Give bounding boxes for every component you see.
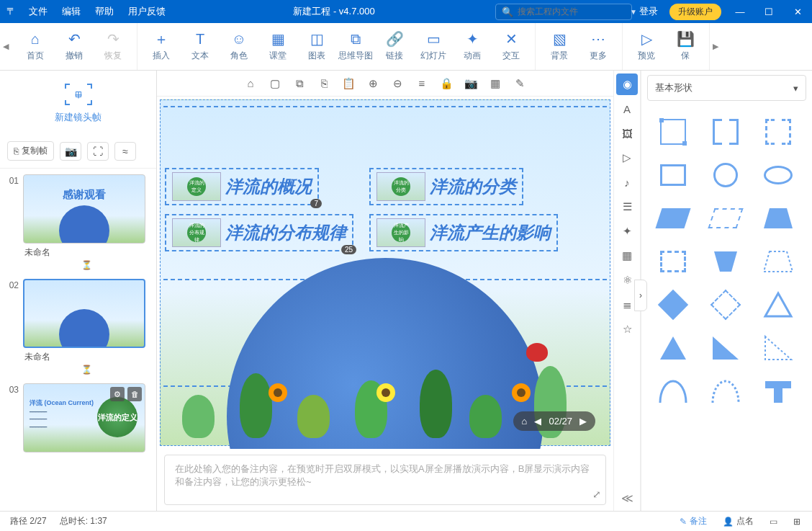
menu-feedback[interactable]: 用户反馈 <box>121 5 173 18</box>
rail-music-icon[interactable]: ♪ <box>616 171 638 193</box>
frame-icon[interactable]: ▢ <box>268 77 282 90</box>
shape-category-dropdown[interactable]: 基本形状 ▾ <box>647 75 806 101</box>
slide-settings-icon[interactable]: ⚙ <box>110 387 125 401</box>
rail-shapes-icon[interactable]: ◉ <box>616 73 638 95</box>
shape-frame[interactable] <box>654 117 692 147</box>
maximize-button[interactable]: ☐ <box>754 0 783 23</box>
ribbon-保[interactable]: 💾保 <box>666 31 705 62</box>
ribbon-预览[interactable]: ▷预览 <box>627 31 666 62</box>
menu-help[interactable]: 帮助 <box>88 5 121 18</box>
zoom-in-icon[interactable]: ⊕ <box>366 77 380 90</box>
search-box[interactable]: 🔍 ▼ <box>495 4 632 20</box>
copy-icon[interactable]: ⎘ <box>317 77 331 89</box>
copy-frame-button[interactable]: ⎘复制帧 <box>7 141 54 161</box>
shape-triangle-filled[interactable] <box>654 333 692 363</box>
new-frame-button[interactable]: ＋ 新建镜头帧 <box>0 71 156 137</box>
status-naming-button[interactable]: 👤点名 <box>723 515 754 527</box>
pager-next-icon[interactable]: ▶ <box>579 416 587 427</box>
shape-brackets-dashed[interactable] <box>759 117 797 147</box>
ribbon-scroll-right[interactable]: ▶ <box>710 23 721 70</box>
rail-star-icon[interactable]: ☆ <box>616 318 638 340</box>
shape-parallelogram[interactable] <box>654 203 692 233</box>
qr-button[interactable]: ⛶ <box>87 142 109 161</box>
grid-icon[interactable]: ▦ <box>488 77 502 90</box>
notes-area[interactable]: 在此处输入您的备注内容，在预览时开启双屏模式，以实现A屏全屏播放演示内容，B屏显… <box>164 455 606 505</box>
shape-brackets[interactable] <box>707 117 744 147</box>
ribbon-恢复[interactable]: ↷恢复 <box>94 31 132 62</box>
slide-item-1[interactable]: 01 感谢观看 未命名 ⏳ <box>0 169 156 273</box>
ribbon-课堂[interactable]: ▦课堂 <box>258 31 297 62</box>
shape-rectangle[interactable] <box>654 160 692 190</box>
shape-diamond[interactable] <box>654 290 692 320</box>
nav-block-3[interactable]: 洋流的分布规律 洋流的分布规律 25 <box>165 214 353 251</box>
ribbon-思维导图[interactable]: ⧉思维导图 <box>336 31 375 62</box>
rail-sparkle-icon[interactable]: ✦ <box>616 220 638 242</box>
rail-play-icon[interactable]: ▷ <box>616 147 638 169</box>
lock-icon[interactable]: 🔒 <box>439 77 454 90</box>
shape-arc-dashed[interactable] <box>707 376 744 406</box>
slide-item-3[interactable]: 03 洋流 (Ocean Current)━━━━━━━━━━━━━━━━━━ … <box>0 378 156 452</box>
rail-collapse-icon[interactable]: ≪ <box>616 489 638 507</box>
ribbon-文本[interactable]: T文本 <box>181 31 220 62</box>
expand-icon[interactable]: ⤢ <box>592 488 601 500</box>
ribbon-插入[interactable]: ＋插入 <box>142 31 181 62</box>
camera-button[interactable]: 📷 <box>60 142 81 161</box>
shape-t[interactable] <box>759 376 797 406</box>
cam-icon[interactable]: 📷 <box>464 77 478 90</box>
nav-block-2[interactable]: 洋流的分类 洋流的分类 <box>369 168 523 205</box>
shape-parallelogram-dashed[interactable] <box>707 203 744 233</box>
ribbon-更多[interactable]: ⋯更多 <box>579 31 618 62</box>
flow-button[interactable]: ≈ <box>114 142 136 161</box>
shape-circle[interactable] <box>707 160 744 190</box>
ribbon-首页[interactable]: ⌂首页 <box>16 31 55 62</box>
shape-right-triangle[interactable] <box>707 333 744 363</box>
ribbon-幻灯片[interactable]: ▭幻灯片 <box>414 31 453 62</box>
shape-trapezoid[interactable] <box>759 203 797 233</box>
status-view2-icon[interactable]: ⊞ <box>793 517 800 527</box>
ribbon-角色[interactable]: ☺角色 <box>220 31 258 62</box>
search-input[interactable] <box>518 6 626 17</box>
shape-diamond-dashed[interactable] <box>707 290 744 320</box>
ribbon-动画[interactable]: ✦动画 <box>453 31 492 62</box>
shape-trapezoid-dashed[interactable] <box>759 246 797 277</box>
slide-delete-icon[interactable]: 🗑 <box>127 387 142 401</box>
shape-right-triangle-dashed[interactable] <box>759 333 797 363</box>
home-icon[interactable]: ⌂ <box>243 77 258 89</box>
shape-arc[interactable] <box>654 376 692 406</box>
slide-item-2[interactable]: 02 未命名 ⏳ <box>0 273 156 378</box>
search-icon: 🔍 <box>502 6 513 17</box>
nav-block-1[interactable]: 洋流的定义 洋流的概况 7 <box>165 168 319 205</box>
rail-list-icon[interactable]: ☰ <box>616 196 638 218</box>
rail-expand-icon[interactable]: › <box>634 280 647 311</box>
layers-icon[interactable]: ⧉ <box>292 77 307 90</box>
status-view1-icon[interactable]: ▭ <box>770 517 777 527</box>
shape-ellipse[interactable] <box>759 160 797 190</box>
ribbon-链接[interactable]: 🔗链接 <box>375 31 414 62</box>
align-icon[interactable]: ≡ <box>415 77 429 89</box>
pager-home-icon[interactable]: ⌂ <box>522 416 528 427</box>
shape-triangle[interactable] <box>759 290 797 320</box>
ribbon-图表[interactable]: ◫图表 <box>297 31 336 62</box>
close-button[interactable]: ✕ <box>783 0 812 23</box>
pager-prev-icon[interactable]: ◀ <box>534 416 541 427</box>
shape-rect-dashed[interactable] <box>654 246 692 277</box>
menu-edit[interactable]: 编辑 <box>55 5 88 18</box>
upgrade-button[interactable]: 升级账户 <box>669 4 721 20</box>
edit-icon[interactable]: ✎ <box>513 77 527 90</box>
paste-icon[interactable]: 📋 <box>341 77 356 90</box>
shape-trapezoid2[interactable] <box>707 246 744 277</box>
ribbon-scroll-left[interactable]: ◀ <box>0 23 12 70</box>
nav-block-4[interactable]: 洋流产生的影响 洋流产生的影响 <box>369 214 558 251</box>
status-notes-button[interactable]: ✎备注 <box>680 515 707 527</box>
ribbon-撤销[interactable]: ↶撤销 <box>55 31 94 62</box>
ribbon-背景[interactable]: ▧背景 <box>540 31 579 62</box>
canvas[interactable]: 洋流的定义 洋流的概况 7 洋流的分类 洋流的分类 洋流的分布规律 洋流的分布规… <box>157 97 613 449</box>
rail-text-icon[interactable]: A <box>616 98 638 120</box>
rail-image-icon[interactable]: 🖼 <box>616 122 638 144</box>
zoom-out-icon[interactable]: ⊖ <box>390 77 405 90</box>
rail-video-icon[interactable]: ▦ <box>616 245 638 267</box>
ribbon-交互[interactable]: ✕交互 <box>492 31 531 62</box>
login-link[interactable]: 登录 <box>632 5 665 18</box>
minimize-button[interactable]: — <box>726 0 754 23</box>
menu-file[interactable]: 文件 <box>22 5 55 18</box>
